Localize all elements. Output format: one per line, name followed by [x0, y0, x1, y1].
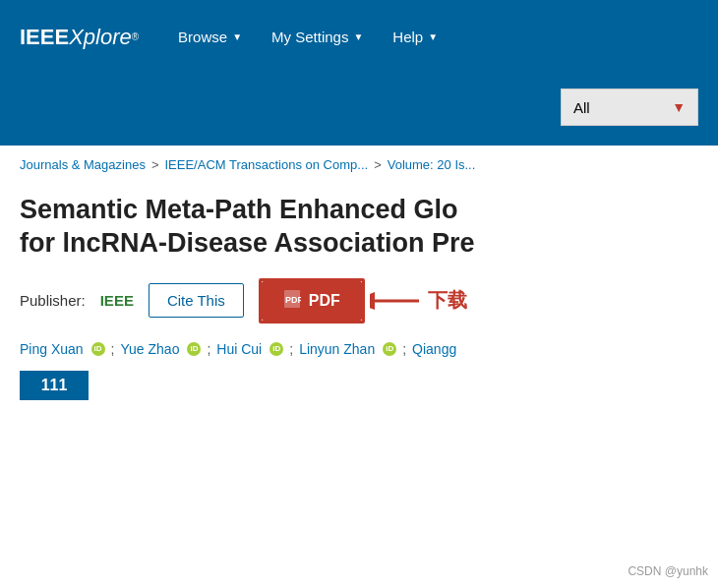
logo: IEEE Xplore ® — [20, 25, 139, 50]
article-title: Semantic Meta-Path Enhanced Glo for lncR… — [20, 194, 698, 261]
author-orcid-ping[interactable]: iD — [91, 342, 105, 356]
nav-browse-label: Browse — [178, 29, 227, 45]
header: IEEE Xplore ® Browse ▼ My Settings ▼ Hel… — [0, 0, 718, 74]
article-title-line2: for lncRNA-Disease Association Pre — [20, 227, 698, 261]
breadcrumb-sep-2: > — [374, 157, 382, 172]
select-arrow-icon: ▼ — [672, 99, 686, 115]
pdf-btn-highlight: PDF PDF — [259, 278, 365, 323]
download-arrow: 下载 — [370, 287, 467, 315]
main-nav: Browse ▼ My Settings ▼ Help ▼ — [178, 29, 438, 45]
browse-chevron-icon: ▼ — [232, 31, 242, 42]
article-meta-row: Publisher: IEEE Cite This PDF PDF — [20, 278, 698, 323]
breadcrumb-journals[interactable]: Journals & Magazines — [20, 157, 146, 172]
publisher-name: IEEE — [100, 292, 134, 309]
nav-my-settings-label: My Settings — [271, 29, 348, 45]
logo-ieee: IEEE — [20, 25, 69, 50]
breadcrumb-sep-1: > — [151, 157, 159, 172]
breadcrumb-volume[interactable]: Volume: 20 Is... — [388, 157, 476, 172]
search-scope-value: All — [573, 99, 590, 116]
cite-this-button[interactable]: Cite This — [149, 283, 244, 318]
main-content: Semantic Meta-Path Enhanced Glo for lncR… — [0, 184, 718, 415]
logo-registered: ® — [132, 31, 139, 42]
author-sep-2: ; — [207, 341, 210, 357]
author-sep-1: ; — [111, 341, 115, 357]
breadcrumb-journal-name[interactable]: IEEE/ACM Transactions on Comp... — [165, 157, 369, 172]
author-linyun-zhan[interactable]: Linyun Zhan — [299, 341, 375, 357]
author-qiangg[interactable]: Qiangg — [412, 341, 456, 357]
nav-help[interactable]: Help ▼ — [392, 29, 438, 45]
nav-help-label: Help — [392, 29, 423, 45]
pdf-icon: PDF — [283, 290, 301, 312]
author-sep-3: ; — [289, 341, 293, 357]
download-label: 下载 — [428, 287, 467, 314]
pdf-button[interactable]: PDF PDF — [262, 281, 362, 321]
svg-text:PDF: PDF — [285, 295, 301, 305]
nav-browse[interactable]: Browse ▼ — [178, 29, 242, 45]
watermark: CSDN @yunhk — [628, 564, 708, 578]
author-orcid-linyun[interactable]: iD — [383, 342, 396, 356]
publisher-label: Publisher: — [20, 292, 86, 309]
author-ping-xuan[interactable]: Ping Xuan — [20, 341, 84, 357]
authors-row: Ping Xuan iD ; Yue Zhao iD ; Hui Cui iD … — [20, 341, 698, 357]
author-sep-4: ; — [402, 341, 406, 357]
red-arrow-icon — [370, 287, 424, 315]
citation-count: 111 — [20, 371, 89, 400]
help-chevron-icon: ▼ — [428, 31, 438, 42]
my-settings-chevron-icon: ▼ — [353, 31, 363, 42]
breadcrumb: Journals & Magazines > IEEE/ACM Transact… — [0, 146, 718, 184]
pdf-download-area: PDF PDF 下载 — [259, 278, 365, 323]
author-yue-zhao[interactable]: Yue Zhao — [121, 341, 180, 357]
pdf-btn-label: PDF — [309, 292, 340, 310]
article-title-line1: Semantic Meta-Path Enhanced Glo — [20, 194, 698, 227]
author-orcid-yue[interactable]: iD — [187, 342, 201, 356]
author-hui-cui[interactable]: Hui Cui — [216, 341, 262, 357]
search-scope-select[interactable]: All ▼ — [561, 88, 698, 126]
nav-my-settings[interactable]: My Settings ▼ — [271, 29, 363, 45]
search-area: All ▼ — [0, 74, 718, 146]
citation-count-area: 111 — [20, 371, 698, 400]
author-orcid-hui[interactable]: iD — [269, 342, 283, 356]
logo-xplore: Xplore — [69, 25, 132, 50]
